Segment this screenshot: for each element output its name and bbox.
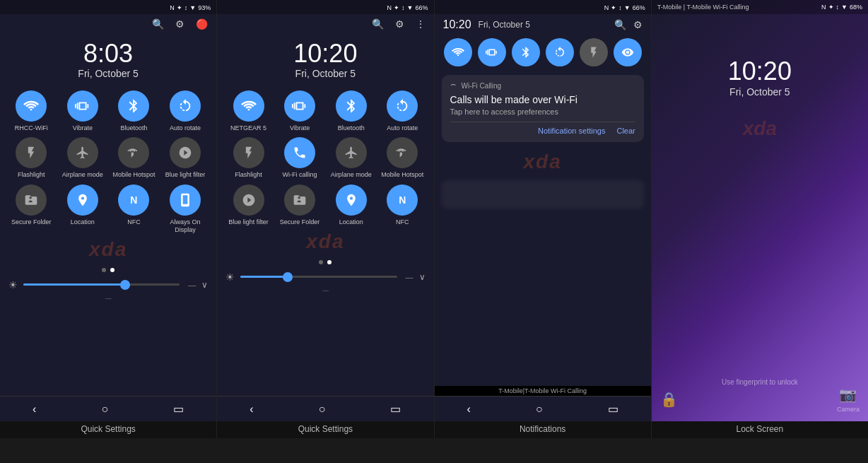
tiles-grid-1: RHCC-WiFi Vibrate Bluetooth — [0, 90, 216, 234]
notif-tiles-row — [435, 34, 651, 71]
tile-flashlight-1[interactable]: Flashlight — [7, 137, 56, 179]
tile-bluetooth-1[interactable]: Bluetooth — [110, 90, 158, 132]
tile-wificalling-2[interactable]: Wi-Fi calling — [276, 137, 324, 179]
tile-location-1[interactable]: Location — [59, 184, 107, 234]
tile-vibrate-1[interactable]: Vibrate — [59, 90, 107, 132]
hotspot-icon-2[interactable] — [387, 137, 418, 168]
tile-aod-1[interactable]: Always On Display — [161, 184, 210, 234]
notif-settings-btn[interactable]: Notification settings — [538, 127, 605, 135]
location-icon-2[interactable] — [336, 184, 367, 216]
brightness-track-2[interactable] — [240, 276, 397, 278]
page-dots-2 — [217, 256, 433, 269]
flashlight-icon-2[interactable] — [233, 137, 264, 168]
brightness-expand-2[interactable]: ∨ — [419, 272, 426, 282]
airplane-icon-1[interactable] — [67, 137, 98, 168]
lock-spacer — [652, 154, 868, 378]
tile-securefolder-1[interactable]: Secure Folder — [7, 184, 56, 234]
tile-autorotate-1[interactable]: Auto rotate — [161, 90, 210, 132]
vibrate-icon-2[interactable] — [284, 90, 315, 122]
aod-icon-1[interactable] — [170, 184, 201, 216]
tile-location-2[interactable]: Location — [327, 184, 375, 226]
nfc-icon-1[interactable]: N — [118, 184, 149, 216]
tile-hotspot-2[interactable]: Mobile Hotspot — [378, 137, 427, 179]
tile-wifi-2[interactable]: NETGEAR 5 — [224, 90, 273, 132]
back-nav-3[interactable]: ‹ — [467, 403, 471, 416]
notification-icon-1[interactable]: 🔴 — [196, 18, 208, 30]
settings-icon-2[interactable]: ⚙ — [395, 18, 404, 30]
autorotate-icon-1[interactable] — [170, 90, 201, 122]
bluetooth-icon-1[interactable] — [118, 90, 149, 122]
tile-bluelight-1[interactable]: Blue light filter — [161, 137, 210, 179]
flashlight-icon-1[interactable] — [16, 137, 47, 168]
brightness-track-1[interactable] — [23, 283, 180, 286]
nav-bar-1: ‹ ○ ▭ — [0, 396, 216, 421]
notif-tile-flashlight[interactable] — [580, 38, 608, 66]
notif-tile-rotate[interactable] — [546, 38, 574, 66]
notif-tile-bluetooth[interactable] — [512, 38, 540, 66]
brightness-expand-1[interactable]: ∨ — [201, 280, 208, 290]
wificalling-icon-2[interactable] — [284, 137, 315, 168]
bluelight-icon-1[interactable] — [170, 137, 201, 168]
clock-time-2: 10:20 — [217, 40, 433, 68]
home-nav-3[interactable]: ○ — [536, 403, 543, 416]
back-nav-2[interactable]: ‹ — [250, 403, 253, 416]
search-icon-2[interactable]: 🔍 — [372, 18, 384, 30]
tile-hotspot-1[interactable]: Mobile Hotspot — [110, 137, 158, 179]
securefolder-icon-1[interactable] — [16, 184, 47, 216]
home-nav-1[interactable]: ○ — [101, 403, 108, 416]
spacer-3 — [435, 213, 651, 386]
autorotate-icon-2[interactable] — [387, 90, 418, 122]
page-dots-1 — [0, 264, 216, 276]
dot-2a — [319, 260, 323, 264]
vibrate-icon-1[interactable] — [67, 90, 98, 122]
tile-flashlight-2[interactable]: Flashlight — [224, 137, 273, 179]
recents-nav-2[interactable]: ▭ — [390, 402, 401, 416]
tile-bluetooth-2[interactable]: Bluetooth — [327, 90, 375, 132]
tile-vibrate-2[interactable]: Vibrate — [276, 90, 324, 132]
back-nav-1[interactable]: ‹ — [33, 403, 36, 416]
lock-icon[interactable]: 🔒 — [660, 391, 678, 408]
screen-wrapper-3: N ✦ ↕ ▼ 66% 10:20 Fri, October 5 🔍 ⚙ — [435, 0, 652, 438]
search-icon-1[interactable]: 🔍 — [152, 18, 164, 30]
tile-nfc-2[interactable]: N NFC — [378, 184, 427, 226]
xda-watermark-3: xda — [435, 146, 651, 176]
bluetooth-icon-2[interactable] — [336, 90, 367, 122]
settings-icon-1[interactable]: ⚙ — [175, 18, 184, 30]
more-icon-2[interactable]: ⋮ — [416, 18, 426, 30]
notif-icons: 🔍 ⚙ — [614, 19, 643, 30]
tile-airplane-2[interactable]: Airplane mode — [327, 137, 375, 179]
tile-airplane-1[interactable]: Airplane mode — [59, 137, 107, 179]
location-icon-1[interactable] — [67, 184, 98, 216]
dash-1: — — [0, 293, 216, 303]
hotspot-icon-1[interactable] — [118, 137, 149, 168]
search-icon-3[interactable]: 🔍 — [614, 19, 626, 30]
notif-tile-wifi[interactable] — [444, 38, 472, 66]
tile-nfc-1[interactable]: N NFC — [110, 184, 158, 234]
brightness-thumb-2[interactable] — [283, 272, 293, 282]
airplane-icon-2[interactable] — [336, 137, 367, 168]
bluelight-icon-2[interactable] — [233, 184, 264, 216]
tile-autorotate-2[interactable]: Auto rotate — [378, 90, 427, 132]
nav-bar-3: ‹ ○ ▭ — [435, 396, 651, 421]
wifi-icon-2[interactable] — [233, 90, 264, 122]
notif-clear-btn[interactable]: Clear — [616, 127, 635, 135]
recents-nav-1[interactable]: ▭ — [173, 402, 184, 416]
phone-screen-3: N ✦ ↕ ▼ 66% 10:20 Fri, October 5 🔍 ⚙ — [435, 0, 651, 421]
tile-securefolder-2[interactable]: Secure Folder — [276, 184, 324, 226]
recents-nav-3[interactable]: ▭ — [608, 402, 618, 416]
hotspot-label-2: Mobile Hotspot — [381, 171, 423, 179]
tile-bluelight-2[interactable]: Blue light filter — [224, 184, 273, 226]
tile-wifi-1[interactable]: RHCC-WiFi — [7, 90, 56, 132]
settings-icon-3[interactable]: ⚙ — [633, 19, 643, 30]
securefolder-icon-2[interactable] — [284, 184, 315, 216]
notif-tile-eye[interactable] — [614, 38, 642, 66]
brightness-thumb-1[interactable] — [120, 280, 130, 290]
notif-tile-vibrate[interactable] — [478, 38, 506, 66]
wifi-icon-1[interactable] — [16, 90, 47, 122]
camera-icon[interactable]: 📷 — [839, 386, 857, 403]
lock-action-right[interactable]: 📷 Camera — [837, 386, 860, 413]
home-nav-2[interactable]: ○ — [319, 403, 326, 416]
screen-label-4: Lock Screen — [737, 421, 784, 438]
nfc-icon-2[interactable]: N — [387, 184, 418, 216]
brightness-row-1: ☀ — ∨ — [0, 276, 216, 293]
